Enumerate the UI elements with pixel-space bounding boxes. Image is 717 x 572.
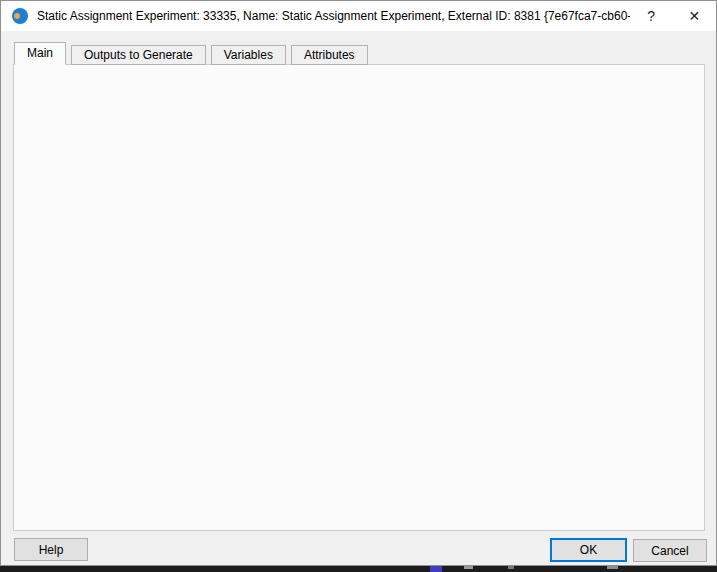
tab-variables[interactable]: Variables (211, 45, 286, 65)
background-artifact (430, 566, 442, 572)
tab-outputs-to-generate[interactable]: Outputs to Generate (71, 45, 206, 65)
main-tab-page (13, 64, 705, 531)
background-artifact (607, 566, 618, 569)
tab-attributes[interactable]: Attributes (291, 45, 368, 65)
background-artifact (508, 566, 514, 569)
tab-main[interactable]: Main (14, 42, 66, 65)
tab-bar: Main Outputs to Generate Variables Attri… (14, 42, 373, 65)
cancel-button[interactable]: Cancel (633, 539, 707, 562)
help-icon[interactable]: ? (630, 1, 673, 31)
experiment-icon-dot (14, 13, 20, 19)
screen: Static Assignment Experiment: 33335, Nam… (0, 0, 717, 572)
dialog-window: Static Assignment Experiment: 33335, Nam… (0, 0, 717, 566)
experiment-icon (12, 8, 28, 24)
ok-button[interactable]: OK (550, 538, 627, 562)
close-icon[interactable]: ✕ (673, 1, 716, 31)
help-button[interactable]: Help (14, 538, 88, 561)
background-window-strip (0, 566, 717, 572)
window-title: Static Assignment Experiment: 33335, Nam… (37, 9, 630, 23)
title-bar[interactable]: Static Assignment Experiment: 33335, Nam… (1, 1, 716, 31)
background-artifact (464, 566, 473, 569)
